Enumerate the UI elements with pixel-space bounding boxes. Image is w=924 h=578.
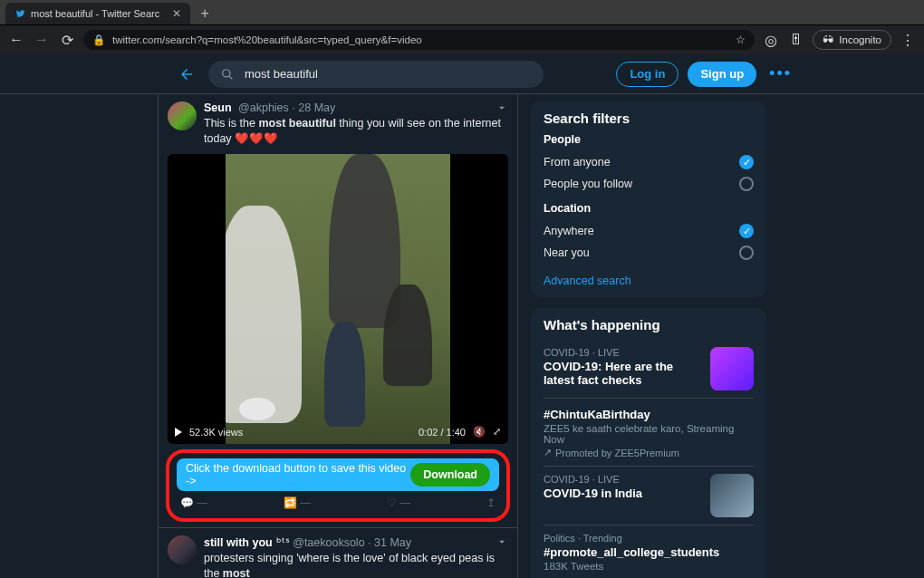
tweet[interactable]: Seun @akphies · 28 May This is the most … (158, 94, 518, 528)
extension-icon-2[interactable]: 🎚 (787, 31, 805, 49)
filter-from-anyone[interactable]: From anyone (544, 151, 754, 173)
twitter-back-button[interactable] (174, 62, 199, 87)
download-cta: Click the download button to save this v… (186, 462, 410, 487)
search-icon (221, 68, 234, 81)
filter-group-people: People (544, 133, 754, 146)
advanced-search-link[interactable]: Advanced search (544, 275, 631, 287)
signup-button[interactable]: Sign up (688, 62, 756, 87)
login-button[interactable]: Log in (616, 62, 679, 87)
video-player[interactable]: 52.3K views 0:02 / 1:40 🔇 ⤢ (168, 154, 508, 444)
content-columns: Seun @akphies · 28 May This is the most … (0, 94, 924, 578)
tweet-actions: 💬 — 🔁 — ♡ — ↥ (177, 496, 499, 509)
search-input[interactable] (243, 66, 531, 82)
tweet-text: protesters singing 'where is the love' o… (204, 551, 508, 578)
trend-thumbnail (710, 474, 754, 517)
center-column: Seun @akphies · 28 May This is the most … (158, 94, 518, 578)
trend-title: COVID-19: Here are the latest fact check… (544, 360, 703, 387)
filter-anywhere[interactable]: Anywhere (544, 220, 754, 242)
promoted-label: ↗ Promoted by ZEE5Premium (544, 447, 754, 458)
radio-unchecked-icon[interactable] (739, 246, 754, 260)
video-views: 52.3K views (189, 427, 243, 438)
trend-title: #promote_all_college_students (544, 545, 754, 559)
trend-category: COVID-19 · LIVE (544, 474, 703, 485)
trend-desc: 183K Tweets (544, 561, 754, 572)
tab-title: most beautiful - Twitter Searc (31, 8, 159, 19)
trend-item[interactable]: COVID-19 · LIVE COVID-19 in India (544, 467, 754, 525)
volume-icon[interactable]: 🔇 (473, 426, 486, 438)
kebab-menu-icon[interactable]: ⋮ (899, 31, 917, 49)
promoted-icon: ↗ (544, 447, 552, 458)
reload-icon[interactable]: ⟳ (58, 31, 76, 49)
tweet-meta: still with youᵇᵗˢ @taekooksolo · 31 May (204, 535, 508, 549)
tweet-more-icon[interactable] (496, 535, 508, 552)
fullscreen-icon[interactable]: ⤢ (493, 426, 501, 438)
author-name[interactable]: still with you (204, 536, 273, 549)
tweet-meta: Seun @akphies · 28 May (204, 101, 508, 114)
more-button[interactable]: ••• (765, 64, 795, 83)
right-column: Search filters People From anyone People… (531, 94, 766, 578)
filter-people-you-follow[interactable]: People you follow (544, 173, 754, 195)
avatar[interactable] (168, 535, 197, 564)
author-name[interactable]: Seun (204, 101, 232, 114)
play-icon[interactable] (175, 428, 182, 437)
twitter-favicon (14, 8, 25, 19)
whats-happening-panel: What's happening COVID-19 · LIVE COVID-1… (531, 308, 766, 578)
author-handle[interactable]: @taekooksolo (293, 536, 364, 549)
avatar[interactable] (168, 101, 197, 130)
extension-icon[interactable]: ◎ (762, 31, 780, 49)
forward-icon: → (33, 31, 51, 49)
incognito-icon: 🕶 (823, 34, 833, 45)
download-button[interactable]: Download (410, 463, 490, 486)
radio-checked-icon[interactable] (739, 155, 754, 169)
trend-title: COVID-19 in India (544, 486, 703, 500)
search-filters-panel: Search filters People From anyone People… (531, 101, 766, 297)
video-controls: 52.3K views 0:02 / 1:40 🔇 ⤢ (168, 420, 508, 444)
twitter-topbar: Log in Sign up ••• (0, 54, 924, 94)
lock-icon: 🔒 (92, 34, 105, 46)
filter-group-location: Location (544, 202, 754, 215)
radio-unchecked-icon[interactable] (739, 177, 754, 191)
tweet-date: 28 May (298, 101, 335, 114)
incognito-label: Incognito (839, 34, 881, 45)
chrome-tab-strip: most beautiful - Twitter Searc ✕ + (0, 0, 924, 25)
trend-title: #ChintuKaBirthday (544, 408, 754, 421)
trend-item[interactable]: COVID-19 · LIVE COVID-19: Here are the l… (544, 340, 754, 399)
browser-tab[interactable]: most beautiful - Twitter Searc ✕ (5, 3, 190, 24)
trend-item[interactable]: #ChintuKaBirthday ZEE5 ke saath celebrat… (544, 399, 754, 467)
video-frame (168, 154, 508, 444)
like-icon[interactable]: ♡ — (387, 496, 410, 509)
twitter-viewport: Log in Sign up ••• Seun @akphies · 28 Ma… (0, 54, 924, 578)
new-tab-button[interactable]: + (194, 3, 216, 24)
filter-near-you[interactable]: Near you (544, 242, 754, 264)
panel-heading: What's happening (544, 317, 754, 332)
download-bar: Click the download button to save this v… (177, 458, 499, 491)
video-time: 0:02 / 1:40 (419, 427, 466, 438)
author-handle[interactable]: @akphies (238, 101, 289, 114)
omnibox-url: twitter.com/search?q=most%20beautiful&sr… (112, 34, 728, 45)
tab-close-icon[interactable]: ✕ (172, 7, 181, 20)
trend-category: Politics · Trending (544, 533, 754, 544)
omnibox[interactable]: 🔒 twitter.com/search?q=most%20beautiful&… (83, 30, 755, 50)
trend-category: COVID-19 · LIVE (544, 347, 703, 358)
radio-checked-icon[interactable] (739, 224, 754, 238)
arrow-left-icon (178, 66, 195, 82)
reply-icon[interactable]: 💬 — (180, 496, 207, 509)
chrome-toolbar: ← → ⟳ 🔒 twitter.com/search?q=most%20beau… (0, 25, 924, 54)
trend-thumbnail (710, 347, 754, 390)
incognito-chip[interactable]: 🕶 Incognito (813, 30, 891, 50)
search-box[interactable] (208, 61, 544, 88)
tweet-date: 31 May (374, 536, 411, 549)
tweet[interactable]: still with youᵇᵗˢ @taekooksolo · 31 May … (158, 528, 518, 578)
tweet-text: This is the most beautiful thing you wil… (204, 116, 508, 147)
star-icon[interactable]: ☆ (736, 34, 746, 46)
trend-item[interactable]: Politics · Trending #promote_all_college… (544, 525, 754, 578)
download-callout: Click the download button to save this v… (166, 449, 510, 522)
retweet-icon[interactable]: 🔁 — (284, 496, 311, 509)
tweet-more-icon[interactable] (496, 101, 508, 118)
trend-desc: ZEE5 ke saath celebrate karo, Streaming … (544, 423, 754, 445)
panel-heading: Search filters (544, 111, 754, 126)
share-icon[interactable]: ↥ (486, 496, 496, 509)
back-icon[interactable]: ← (7, 31, 25, 49)
